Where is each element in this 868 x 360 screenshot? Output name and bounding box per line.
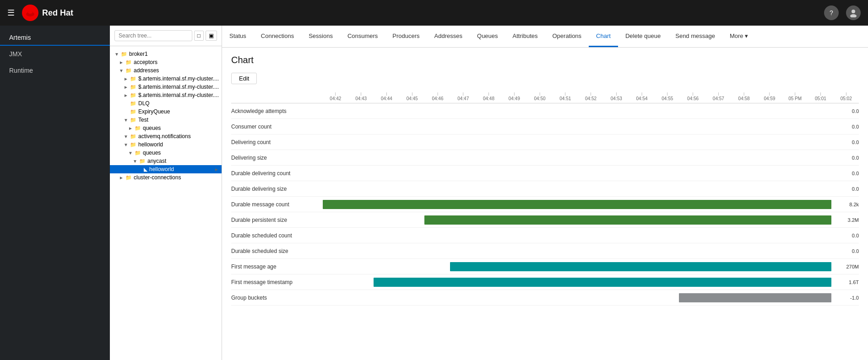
metric-label: Delivering count — [231, 139, 323, 145]
tree-node-helloworld-queues[interactable]: ▼ 📁 queues — [110, 149, 222, 157]
timeline-tick: 04:43 — [348, 91, 374, 101]
user-avatar[interactable] — [846, 5, 861, 20]
tree-node-helloworld-selected[interactable]: ◣ helloworld ► — [110, 165, 222, 173]
chevron-icon: ▼ — [119, 68, 125, 73]
tree-node-label: $.artemis.internal.sf.my-cluster.... — [138, 92, 219, 98]
hamburger-icon[interactable]: ☰ — [7, 8, 15, 18]
tab-queues[interactable]: Queues — [470, 26, 505, 47]
timeline-tick: 04:54 — [629, 91, 655, 101]
metric-value: 0.0 — [831, 248, 859, 254]
timeline-tick: 04:59 — [757, 91, 782, 101]
tree-node-test[interactable]: ▼ 📁 Test — [110, 116, 222, 124]
timeline-tick: 04:44 — [374, 91, 400, 101]
tab-attributes[interactable]: Attributes — [505, 26, 545, 47]
tree-node-label: $.artemis.internal.sf.my-cluster.... — [138, 75, 219, 82]
chevron-icon: ► — [124, 85, 130, 90]
metric-value: 0.0 — [831, 108, 859, 114]
tab-more[interactable]: More ▾ — [722, 26, 755, 47]
tree-node-cluster-connections[interactable]: ► 📁 cluster-connections — [110, 173, 222, 182]
tree-node-expiryqueue[interactable]: 📁 ExpiryQueue — [110, 107, 222, 116]
search-input[interactable] — [114, 30, 192, 41]
sidebar-item-artemis[interactable]: Artemis — [0, 29, 110, 46]
metric-value: 8.2k — [831, 202, 859, 207]
tree-node-activemq-notifications[interactable]: ▼ 📁 activemq.notifications — [110, 132, 222, 140]
tree-node-addresses[interactable]: ▼ 📁 addresses — [110, 66, 222, 75]
tree-node-dlq[interactable]: 📁 DLQ — [110, 99, 222, 107]
sidebar-item-runtime[interactable]: Runtime — [0, 62, 110, 79]
chevron-icon: ► — [124, 93, 130, 98]
tab-connections[interactable]: Connections — [254, 26, 301, 47]
tree-node-helloworld[interactable]: ▼ 📁 helloworld — [110, 140, 222, 149]
tab-status[interactable]: Status — [222, 26, 254, 47]
tab-delete-queue[interactable]: Delete queue — [618, 26, 668, 47]
tree-node-label: helloworld — [138, 141, 163, 148]
folder-icon: 📁 — [130, 101, 136, 107]
tree-search-area: □ ▣ — [110, 26, 222, 46]
folder-icon: 📁 — [130, 109, 136, 115]
tree-node-artemis-internal-2[interactable]: ► 📁 $.artemis.internal.sf.my-cluster.... — [110, 83, 222, 91]
tree-node-anycast[interactable]: ▼ 📁 anycast — [110, 157, 222, 165]
arrow-icon: ► — [214, 167, 222, 172]
tree-node-artemis-internal-3[interactable]: ► 📁 $.artemis.internal.sf.my-cluster.... — [110, 91, 222, 99]
metric-bar — [323, 200, 831, 209]
tab-operations[interactable]: Operations — [545, 26, 589, 47]
collapse-all-button[interactable]: ▣ — [206, 31, 217, 41]
metric-row: Acknowledge attempts0.0 — [231, 103, 859, 119]
metric-row: Durable message count8.2k — [231, 197, 859, 212]
metric-row: Group buckets-1.0 — [231, 290, 859, 306]
metric-chart-area — [323, 183, 831, 194]
metric-row: Consumer count0.0 — [231, 119, 859, 134]
metric-label: First message age — [231, 263, 323, 270]
tab-addresses[interactable]: Addresses — [427, 26, 470, 47]
tab-consumers[interactable]: Consumers — [340, 26, 385, 47]
metric-chart-area — [323, 121, 831, 132]
chevron-icon: ▼ — [128, 150, 135, 156]
chart-timeline: 04:4204:4304:4404:4504:4604:4704:4804:49… — [231, 91, 859, 103]
timeline-tick: 04:55 — [655, 91, 680, 101]
metric-label: Durable message count — [231, 201, 323, 208]
tree-node-acceptors[interactable]: ► 📁 acceptors — [110, 58, 222, 66]
tab-sessions[interactable]: Sessions — [301, 26, 340, 47]
metric-value: 0.0 — [831, 186, 859, 192]
expand-all-button[interactable]: □ — [194, 31, 204, 41]
tab-send-message[interactable]: Send message — [668, 26, 722, 47]
tree-node-label: ExpiryQueue — [138, 108, 170, 115]
metric-label: Consumer count — [231, 124, 323, 130]
tab-producers[interactable]: Producers — [385, 26, 427, 47]
chevron-icon: ► — [128, 126, 135, 131]
help-icon[interactable]: ? — [824, 5, 839, 20]
tree-node-broker1[interactable]: ▼ 📁 broker1 — [110, 50, 222, 58]
tabs-bar: Status Connections Sessions Consumers Pr… — [222, 26, 868, 48]
tab-chart[interactable]: Chart — [589, 26, 618, 47]
metric-label: First message timestamp — [231, 279, 323, 285]
metric-label: Durable delivering size — [231, 186, 323, 192]
main-content: Status Connections Sessions Consumers Pr… — [222, 26, 868, 360]
metric-chart-area — [323, 261, 831, 272]
queue-icon: ◣ — [144, 167, 147, 172]
folder-icon: 📁 — [130, 84, 136, 90]
metric-chart-area — [323, 137, 831, 148]
tree-node-artemis-internal-1[interactable]: ► 📁 $.artemis.internal.sf.my-cluster.... — [110, 75, 222, 83]
svg-point-2 — [28, 11, 33, 14]
timeline-ticks: 04:4204:4304:4404:4504:4604:4704:4804:49… — [323, 91, 859, 101]
tree-node-label: Test — [138, 117, 148, 123]
brand-name: Red Hat — [42, 8, 73, 18]
metric-chart-area — [323, 199, 831, 210]
metric-row: Delivering count0.0 — [231, 134, 859, 150]
timeline-tick: 05:01 — [808, 91, 834, 101]
chevron-icon: ► — [119, 175, 125, 180]
metric-row: Durable persistent size3.2M — [231, 212, 859, 228]
sidebar: Artemis JMX Runtime — [0, 26, 110, 360]
folder-icon: 📁 — [135, 150, 141, 156]
tree-node-test-queues[interactable]: ► 📁 queues — [110, 124, 222, 132]
edit-button[interactable]: Edit — [231, 73, 257, 84]
timeline-tick: 04:56 — [680, 91, 706, 101]
metric-chart-area — [323, 168, 831, 179]
chevron-icon: ▼ — [124, 134, 130, 139]
folder-icon: 📁 — [125, 175, 132, 181]
tree-node-label: anycast — [147, 158, 166, 164]
metric-label: Delivering size — [231, 155, 323, 161]
folder-icon: 📁 — [139, 158, 146, 164]
metric-chart-area — [323, 215, 831, 226]
sidebar-item-jmx[interactable]: JMX — [0, 46, 110, 62]
